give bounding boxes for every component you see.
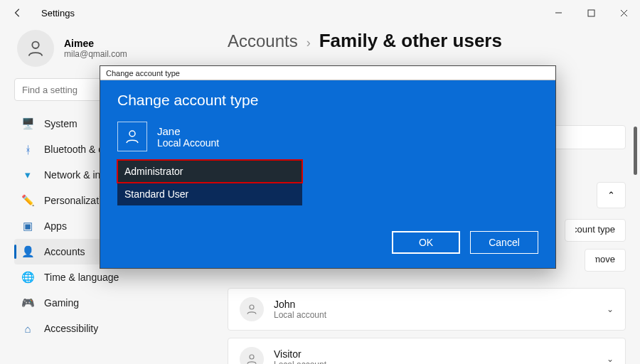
user-card[interactable]: John Local account ⌄ — [228, 288, 626, 331]
cancel-button[interactable]: Cancel — [470, 231, 538, 254]
account-type-dropdown[interactable]: Administrator Standard User — [117, 160, 302, 205]
nav-icon: 🎮 — [21, 296, 34, 309]
nav-label: Gaming — [44, 297, 79, 309]
person-icon — [117, 122, 147, 151]
option-administrator[interactable]: Administrator — [117, 160, 302, 183]
profile-email: mila@qmail.com — [64, 49, 127, 59]
ok-button[interactable]: OK — [392, 231, 460, 254]
nav-label: Apps — [44, 220, 67, 232]
maximize-button[interactable] — [575, 0, 607, 26]
change-account-type-dialog: Change account type Change account type … — [100, 65, 556, 269]
remove-button[interactable]: Remove — [585, 249, 626, 272]
nav-icon: ⌂ — [21, 322, 34, 335]
remove-label: Remove — [595, 254, 615, 264]
person-icon — [240, 347, 264, 364]
chevron-down-icon[interactable]: ⌄ — [607, 304, 614, 314]
profile-name: Aimee — [64, 38, 127, 49]
change-type-button[interactable]: Change account type — [565, 219, 626, 242]
nav-icon: 👤 — [21, 245, 34, 258]
sidebar-item-gaming[interactable]: 🎮Gaming — [14, 290, 206, 316]
user-card[interactable]: Visitor Local account ⌄ — [228, 338, 626, 364]
breadcrumb-parent[interactable]: Accounts — [228, 31, 298, 51]
sidebar-item-accessibility[interactable]: ⌂Accessibility — [14, 316, 206, 341]
breadcrumb-current: Family & other users — [319, 30, 502, 52]
option-standard-user[interactable]: Standard User — [117, 183, 302, 205]
minimize-button[interactable] — [542, 0, 575, 26]
user-sub: Local account — [274, 360, 326, 364]
dialog-user: Jane Local Account — [117, 122, 538, 151]
nav-icon: ▣ — [21, 220, 34, 232]
dialog-user-sub: Local Account — [157, 137, 219, 149]
window-titlebar: Settings — [0, 0, 640, 26]
scrollbar[interactable] — [634, 127, 637, 175]
nav-icon: ▾ — [21, 168, 34, 181]
dialog-window-title: Change account type — [106, 69, 180, 77]
nav-label: Time & language — [44, 272, 119, 283]
chevron-right-icon: › — [306, 36, 311, 50]
chevron-down-icon[interactable]: ⌄ — [607, 354, 614, 364]
change-type-label: Change account type — [575, 224, 615, 235]
nav-label: System — [44, 118, 78, 129]
nav-icon: ✏️ — [21, 194, 34, 207]
add-account-button[interactable]: Add account — [553, 125, 626, 149]
svg-point-5 — [129, 131, 135, 136]
nav-icon: ᚼ — [21, 143, 34, 156]
nav-icon: 🖥️ — [21, 117, 34, 130]
user-name: John — [274, 299, 326, 310]
svg-point-2 — [32, 42, 38, 48]
breadcrumb: Accounts › Family & other users — [228, 30, 626, 52]
chevron-up-icon[interactable]: ⌃ — [597, 182, 626, 208]
close-button[interactable] — [607, 0, 640, 26]
user-sub: Local account — [274, 310, 326, 320]
dialog-titlebar: Change account type — [100, 66, 555, 80]
avatar — [17, 30, 54, 67]
svg-rect-1 — [588, 10, 594, 16]
svg-point-3 — [250, 305, 254, 309]
dialog-user-name: Jane — [157, 125, 219, 137]
dialog-heading: Change account type — [117, 92, 538, 109]
nav-label: Accounts — [44, 246, 85, 257]
nav-icon: 🌐 — [21, 271, 34, 284]
nav-label: Accessibility — [44, 323, 98, 334]
back-icon[interactable] — [11, 6, 24, 19]
user-name: Visitor — [274, 348, 326, 360]
person-icon — [240, 297, 264, 321]
svg-point-4 — [250, 355, 254, 359]
window-title: Settings — [41, 8, 75, 18]
